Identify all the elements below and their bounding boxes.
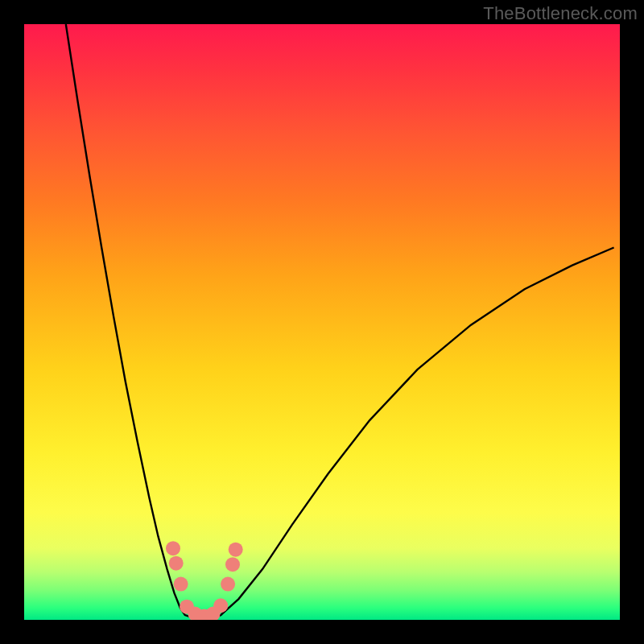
bottleneck-curve xyxy=(66,24,614,619)
marker-group xyxy=(166,541,243,620)
plot-area xyxy=(24,24,620,620)
curve-marker xyxy=(229,543,243,557)
curve-marker xyxy=(166,541,180,555)
outer-frame: TheBottleneck.com xyxy=(0,0,644,644)
curve-marker xyxy=(225,557,240,572)
curve-marker xyxy=(221,577,235,592)
curve-layer xyxy=(24,24,620,620)
attribution-label: TheBottleneck.com xyxy=(483,3,638,24)
curve-marker xyxy=(174,577,188,592)
curve-marker xyxy=(213,598,228,613)
curve-marker xyxy=(169,556,184,571)
